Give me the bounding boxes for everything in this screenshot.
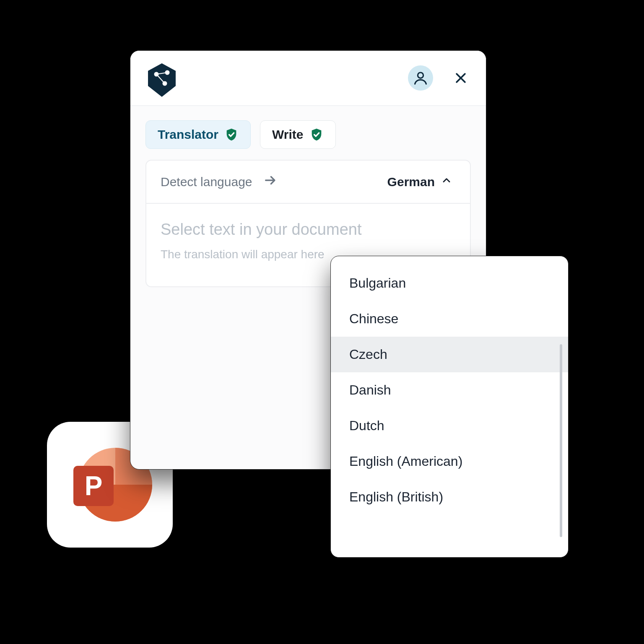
- shield-check-icon: [309, 127, 324, 142]
- arrow-right-icon: [263, 173, 278, 190]
- language-bar: Detect language German: [146, 161, 470, 204]
- close-icon: [454, 71, 468, 85]
- language-option[interactable]: Dutch: [331, 408, 568, 444]
- svg-point-8: [418, 73, 423, 78]
- target-language-label: German: [387, 175, 435, 189]
- tab-write[interactable]: Write: [260, 120, 335, 149]
- target-language-dropdown[interactable]: BulgarianChineseCzechDanishDutchEnglish …: [330, 256, 569, 558]
- language-option[interactable]: Czech: [331, 337, 568, 372]
- tab-translator-label: Translator: [158, 127, 218, 142]
- source-language-select[interactable]: Detect language: [161, 175, 252, 189]
- language-option[interactable]: Bulgarian: [331, 265, 568, 301]
- deepl-logo-icon: [146, 62, 177, 93]
- target-language-select[interactable]: German: [387, 174, 452, 189]
- chevron-up-icon: [441, 174, 452, 189]
- mode-tabs: Translator Write: [130, 106, 486, 160]
- tab-write-label: Write: [272, 127, 303, 142]
- account-button[interactable]: [408, 65, 433, 91]
- language-option[interactable]: English (American): [331, 444, 568, 479]
- user-icon: [413, 70, 428, 86]
- shield-check-icon: [224, 127, 239, 142]
- svg-text:P: P: [85, 471, 103, 501]
- language-option[interactable]: Danish: [331, 372, 568, 408]
- language-option[interactable]: Chinese: [331, 301, 568, 337]
- close-button[interactable]: [452, 70, 469, 86]
- dropdown-scrollbar[interactable]: [560, 344, 562, 537]
- placeholder-main: Select text in your document: [161, 221, 456, 239]
- tab-translator[interactable]: Translator: [145, 120, 251, 149]
- language-option[interactable]: English (British): [331, 479, 568, 515]
- panel-header: [130, 51, 486, 106]
